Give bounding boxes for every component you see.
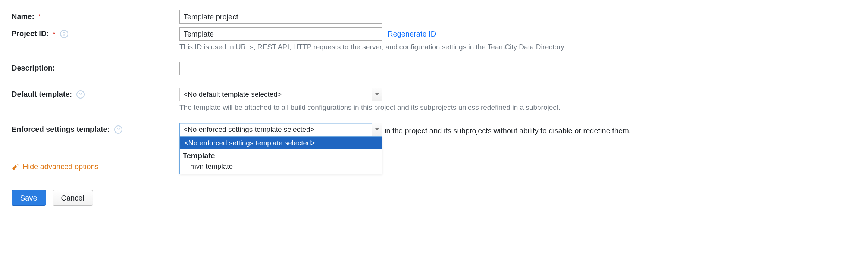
default-template-value[interactable]: <No default template selected>	[179, 88, 372, 101]
description-input[interactable]	[179, 62, 382, 75]
row-description: Description:	[12, 62, 856, 75]
label-description: Description:	[12, 62, 179, 72]
label-default-template-text: Default template:	[12, 90, 72, 99]
field-project-id: Regenerate ID This ID is used in URLs, R…	[179, 27, 856, 59]
help-icon[interactable]: ?	[60, 30, 68, 38]
regenerate-id-link[interactable]: Regenerate ID	[388, 30, 436, 38]
enforced-template-combo[interactable]: <No enforced settings template selected>…	[179, 123, 382, 136]
enforced-template-value[interactable]: <No enforced settings template selected>	[179, 123, 372, 136]
chevron-down-icon[interactable]	[372, 88, 382, 101]
field-default-template: <No default template selected> The templ…	[179, 88, 856, 119]
label-project-id-text: Project ID:	[12, 30, 49, 38]
label-description-text: Description:	[12, 64, 55, 72]
name-input[interactable]	[179, 10, 382, 24]
chevron-down-icon[interactable]	[372, 123, 382, 136]
label-enforced-template: Enforced settings template: ?	[12, 123, 179, 134]
row-default-template: Default template: ? <No default template…	[12, 88, 856, 119]
enforced-template-hint-fragment: in the project and its subprojects witho…	[382, 123, 631, 135]
form-buttons: Save Cancel	[12, 190, 856, 206]
dropdown-option-none[interactable]: <No enforced settings template selected>	[180, 137, 382, 149]
hide-advanced-options-text: Hide advanced options	[23, 162, 98, 171]
row-project-id: Project ID: * ? Regenerate ID This ID is…	[12, 27, 856, 59]
label-name: Name: *	[12, 10, 179, 21]
project-id-input[interactable]	[179, 27, 382, 41]
project-settings-form: Name: * Project ID: * ? Regenerate ID Th…	[1, 1, 867, 272]
label-enforced-template-text: Enforced settings template:	[12, 125, 110, 134]
help-icon[interactable]: ?	[114, 125, 122, 134]
field-name	[179, 10, 856, 24]
save-button[interactable]: Save	[12, 190, 46, 206]
label-project-id: Project ID: * ?	[12, 27, 179, 38]
label-default-template: Default template: ?	[12, 88, 179, 99]
dropdown-option-mvn-template[interactable]: mvn template	[180, 161, 382, 174]
dropdown-group-template: Template	[180, 149, 382, 161]
field-enforced-template: <No enforced settings template selected>…	[179, 123, 856, 136]
help-icon[interactable]: ?	[76, 90, 85, 99]
section-divider	[12, 182, 856, 182]
label-name-text: Name:	[12, 12, 34, 21]
project-id-hint: This ID is used in URLs, REST API, HTTP …	[179, 43, 856, 51]
required-marker: *	[53, 30, 56, 38]
enforced-template-dropdown: <No enforced settings template selected>…	[179, 136, 382, 174]
field-description	[179, 62, 856, 75]
row-enforced-template: Enforced settings template: ? <No enforc…	[12, 123, 856, 136]
default-template-combo[interactable]: <No default template selected>	[179, 88, 382, 101]
row-name: Name: *	[12, 10, 856, 24]
wrench-icon	[12, 163, 19, 171]
hide-advanced-options-link[interactable]: Hide advanced options	[12, 162, 856, 171]
default-template-hint: The template will be attached to all bui…	[179, 103, 856, 112]
required-marker: *	[38, 12, 41, 21]
cancel-button[interactable]: Cancel	[53, 190, 93, 206]
